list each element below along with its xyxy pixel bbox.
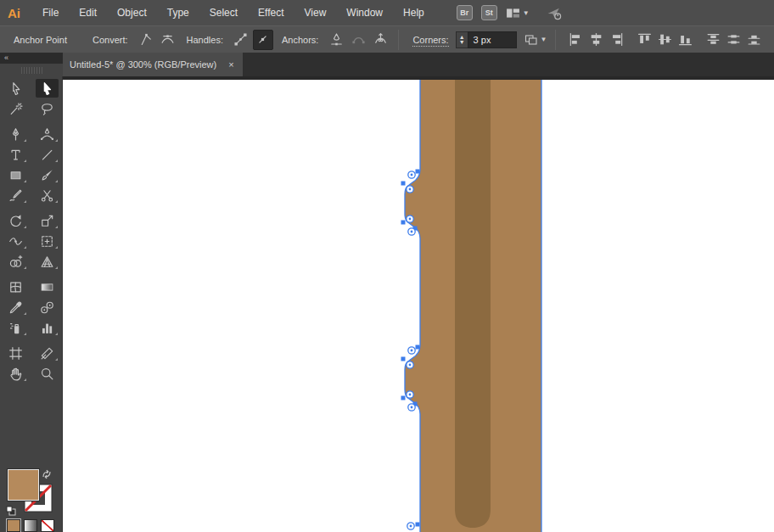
menu-select[interactable]: Select	[199, 0, 248, 25]
gradient-style-button[interactable]	[24, 519, 37, 532]
tab-row: « Untitled-5* @ 300% (RGB/Preview) ×	[0, 53, 774, 76]
toolbar-grip[interactable]	[21, 67, 43, 74]
menu-file[interactable]: File	[32, 0, 69, 25]
distribute-vertical-bottom-button[interactable]	[744, 29, 765, 51]
align-vertical-bottom-button[interactable]	[676, 29, 696, 51]
swap-fill-stroke-icon[interactable]	[41, 468, 53, 484]
color-style-button[interactable]	[7, 519, 20, 532]
scissors-tool[interactable]	[31, 185, 63, 205]
distribute-vertical-center-button[interactable]	[724, 29, 744, 51]
corner-widget[interactable]	[407, 523, 414, 529]
fill-color-well[interactable]	[8, 469, 39, 501]
rectangle-tool[interactable]	[0, 165, 31, 185]
eyedropper-tool[interactable]	[0, 297, 31, 317]
anchor-point[interactable]	[401, 357, 406, 361]
gradient-tool[interactable]	[31, 277, 63, 297]
menu-window[interactable]: Window	[336, 0, 393, 25]
corner-widget[interactable]	[408, 404, 415, 411]
corners-input[interactable]: 3 px	[468, 31, 517, 48]
width-tool[interactable]	[0, 231, 31, 251]
remove-anchors-button[interactable]	[326, 30, 346, 50]
hand-tool[interactable]	[0, 363, 31, 384]
show-handles-button[interactable]	[231, 30, 251, 50]
none-style-button[interactable]	[41, 519, 54, 532]
corner-widget[interactable]	[407, 361, 413, 368]
align-horizontal-center-button[interactable]	[586, 29, 607, 51]
mesh-tool[interactable]	[0, 277, 31, 297]
corners-stepper[interactable]: ▲▼	[456, 31, 468, 48]
menu-object[interactable]: Object	[107, 0, 157, 25]
control-bar: Anchor Point Convert: Handles: Anchors: …	[0, 25, 774, 53]
anchor-point[interactable]	[401, 182, 406, 186]
gpu-performance-icon[interactable]	[547, 5, 563, 21]
type-tool[interactable]	[0, 144, 31, 165]
anchor-point[interactable]	[416, 523, 420, 527]
menu-edit[interactable]: Edit	[69, 0, 107, 25]
direct-selection-tool[interactable]	[31, 78, 63, 98]
symbol-sprayer-tool[interactable]	[0, 317, 31, 338]
corner-widget[interactable]	[408, 347, 415, 354]
curvature-tool[interactable]	[31, 124, 63, 144]
corner-widget[interactable]	[408, 171, 415, 178]
separator	[555, 30, 556, 50]
anchor-point[interactable]	[401, 396, 406, 400]
scale-tool[interactable]	[31, 210, 63, 231]
convert-to-corner-button[interactable]	[136, 30, 156, 50]
corner-widget[interactable]	[407, 186, 413, 193]
cut-path-at-anchors-button[interactable]	[370, 30, 390, 50]
collapse-toolbar-button[interactable]: «	[0, 53, 63, 64]
menu-type[interactable]: Type	[157, 0, 199, 25]
shaper-tool[interactable]	[0, 185, 31, 205]
align-horizontal-right-button[interactable]	[607, 29, 627, 51]
paintbrush-tool[interactable]	[31, 165, 63, 185]
select-similar-button[interactable]: ▼	[524, 30, 547, 50]
menu-effect[interactable]: Effect	[248, 0, 294, 25]
align-horizontal-left-button[interactable]	[566, 29, 586, 51]
tools-grid	[0, 76, 62, 384]
align-vertical-center-button[interactable]	[655, 29, 676, 51]
artboard-canvas[interactable]	[63, 80, 774, 532]
document-tab[interactable]: Untitled-5* @ 300% (RGB/Preview) ×	[63, 53, 243, 76]
toolbar-dock-header: «	[0, 53, 63, 76]
zoom-tool[interactable]	[31, 363, 63, 384]
convert-to-smooth-button[interactable]	[158, 30, 178, 50]
default-fill-stroke-icon[interactable]	[6, 504, 16, 519]
close-tab-icon[interactable]: ×	[228, 59, 233, 70]
perspective-grid-tool[interactable]	[31, 251, 63, 272]
anchor-point[interactable]	[416, 345, 420, 350]
tools-panel	[0, 76, 63, 532]
illustrator-logo[interactable]: Ai	[8, 6, 20, 20]
lasso-tool[interactable]	[31, 98, 63, 119]
menu-view[interactable]: View	[294, 0, 337, 25]
workspace-switcher-icon[interactable]: ▼	[506, 6, 530, 20]
distribute-vertical-top-button[interactable]	[704, 29, 724, 51]
selection-tool[interactable]	[0, 78, 31, 98]
line-segment-tool[interactable]	[31, 144, 63, 165]
fill-stroke-controls	[0, 465, 63, 532]
rotate-tool[interactable]	[0, 210, 31, 231]
style-buttons	[7, 519, 54, 532]
handles-label: Handles:	[187, 35, 223, 45]
anchors-label: Anchors:	[282, 35, 318, 45]
anchor-point[interactable]	[401, 221, 406, 225]
blend-tool[interactable]	[31, 297, 63, 317]
pen-tool[interactable]	[0, 124, 31, 144]
free-transform-tool[interactable]	[31, 231, 63, 251]
column-graph-tool[interactable]	[31, 317, 63, 338]
corners-label[interactable]: Corners:	[412, 35, 448, 45]
slice-tool[interactable]	[31, 343, 63, 363]
corner-widget[interactable]	[407, 216, 413, 222]
corner-widget[interactable]	[408, 228, 415, 235]
hide-handles-button[interactable]	[253, 30, 273, 50]
shape-builder-tool[interactable]	[0, 251, 31, 272]
magic-wand-tool[interactable]	[0, 98, 31, 119]
anchor-point[interactable]	[416, 170, 420, 174]
bridge-button[interactable]: Br	[457, 5, 473, 20]
stock-button[interactable]: St	[481, 5, 497, 20]
corner-widget[interactable]	[407, 391, 413, 398]
artboard-tool[interactable]	[0, 343, 31, 363]
connect-anchors-button[interactable]	[348, 30, 368, 50]
align-vertical-top-button[interactable]	[635, 29, 655, 51]
illustrator-window: { "app": {"logo": "Ai"}, "menu_bar": { "…	[0, 0, 774, 532]
menu-help[interactable]: Help	[393, 0, 435, 25]
